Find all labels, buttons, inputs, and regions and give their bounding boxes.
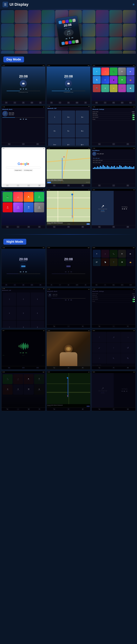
nav-phone[interactable]: 📞 [98, 226, 101, 228]
social-music-icon[interactable]: ♪ [112, 184, 115, 186]
refresh-icon[interactable]: ↻ [38, 184, 41, 186]
n2-add[interactable]: ⊕ [67, 284, 70, 286]
mapf-map[interactable]: 🗺 [82, 226, 84, 228]
night-app-2[interactable]: 📡 [101, 258, 109, 266]
nm-go[interactable]: GO [86, 406, 90, 407]
app-telegram[interactable]: ✈ [93, 68, 101, 76]
nkey-8[interactable]: 8 [17, 320, 30, 328]
nav-play[interactable]: ▶ [124, 208, 125, 210]
nw-dial[interactable]: DIAL [8, 367, 10, 369]
key-3[interactable]: 3 DEF [76, 110, 89, 124]
ios-spotify[interactable]: SSpotify [34, 192, 44, 202]
night-app-launcher[interactable]: 18:40●●● ✈ ♪ 📞 ⚙ ▶ BT 📡 📱 🗺 📻 [92, 246, 136, 286]
nm-msg[interactable]: ✉ [67, 408, 70, 410]
nnt-play[interactable]: ▶ [124, 390, 125, 392]
play-n2[interactable]: ⏸ [68, 271, 69, 273]
bt-next[interactable]: ⏭ [25, 118, 27, 120]
map-msg-icon[interactable]: ✉ [67, 184, 70, 186]
night-app-music[interactable]: ♪ [101, 250, 109, 258]
app-10[interactable]: 💬 [126, 84, 134, 92]
night-bt-settings[interactable]: 17:46●● Bluetooth_Settings Device name C… [92, 288, 136, 328]
night-music-home-2[interactable]: 18:40●●● 20:08 Monday, January 1 ⏮ ⏸ ⏭ [46, 246, 90, 286]
music-item-2[interactable]: 华乐_2任职_抖音.mp3 [93, 160, 134, 162]
next-btn-2[interactable]: ⏭ [70, 88, 72, 90]
wave-controls[interactable]: ⏮ ▶ ⏭ [20, 352, 27, 354]
nios-maps[interactable]: 🗺Maps [24, 385, 34, 394]
key-1[interactable]: 1 [48, 110, 61, 124]
day-bt-call[interactable]: 17:46●● Bluetooth_Call 1 2 ABC 3 DEF 4 G… [46, 106, 90, 146]
nkey-4[interactable]: 4 [3, 306, 16, 320]
ios-bottom-4[interactable]: ⚙ [38, 226, 41, 228]
nbt-next[interactable]: ⏭ [70, 299, 72, 301]
cs-music-controls-n1[interactable]: ⏮ ⏸ ⏭ [20, 271, 27, 273]
night-ios-launcher[interactable]: 18:40●●● 📞Phone ♪Music ▶YouTube SSpotify… [2, 371, 46, 411]
nios-spotify[interactable]: SSpotify [34, 374, 44, 384]
bt-play[interactable]: ⏸ [22, 118, 24, 120]
nbtm-settings[interactable]: ⚙ [82, 325, 84, 327]
bt-prev[interactable]: ⏮ [20, 118, 22, 120]
nav-msg[interactable]: ✉ [112, 226, 115, 228]
music-settings-icon[interactable]: ♪ [112, 143, 115, 145]
night-bt-controls[interactable]: ⏮ ⏸ ⏭ [47, 299, 90, 301]
nios-music[interactable]: ♪Music [13, 374, 23, 384]
n1-settings[interactable]: ⚙ [39, 284, 42, 286]
menu-icon[interactable]: ☰ [4, 3, 6, 6]
nnt-prev[interactable]: ⏮ [121, 390, 123, 392]
prev-n2[interactable]: ⏮ [65, 271, 66, 273]
day-google[interactable]: 1:54●● Google Google Search I'm Feeling … [2, 147, 46, 187]
settings-bt-icon[interactable]: ⚙ [36, 143, 39, 145]
n2-settings[interactable]: ⚙ [84, 284, 87, 286]
bnl-icon[interactable]: BNL [95, 102, 98, 104]
key-2[interactable]: 2 ABC [62, 110, 75, 124]
day-bt-music[interactable]: 17:46●● Bluetooth_Music 🎵 Music Title Mu… [2, 106, 46, 146]
day-nav-turn[interactable]: 18:51●● ↗ Start on Dongjiao Road 9.0 km … [92, 189, 136, 229]
nkey-6[interactable]: 6 [30, 306, 44, 320]
gear-settings-icon[interactable]: ⚙ [126, 143, 129, 145]
night-app-3[interactable]: 📱 [110, 258, 118, 266]
map-go-btn[interactable]: GO [86, 224, 90, 225]
social-phone-icon[interactable]: 📞 [98, 184, 101, 186]
nios-b3[interactable]: 🗺 [28, 408, 30, 410]
key-5[interactable]: 5 JKL [62, 124, 75, 138]
mapf-phone[interactable]: 📞 [53, 226, 56, 228]
app-phone[interactable]: 📞 [110, 68, 118, 76]
cs-music-controls[interactable]: ⏮ ⏸ ⏭ [20, 88, 27, 90]
app-9[interactable]: 🎮 [118, 84, 126, 92]
auto-icon[interactable]: AUTO [30, 102, 33, 104]
night-nav[interactable]: 18:51●● ↑ ↗ → ↙ ↑ ↺ ↑ ↖ ↻ [92, 330, 136, 370]
prev-n1[interactable]: ⏮ [20, 271, 22, 273]
day-map-full[interactable]: 18:33●● 🔵 📍 [46, 189, 90, 229]
nbts-auto-connect[interactable] [132, 299, 135, 300]
nnt-msg[interactable]: ✉ [112, 408, 115, 410]
nios-b1[interactable]: 📞 [6, 408, 9, 410]
map-phone-icon[interactable]: 📞 [53, 184, 56, 186]
auto-icon-2[interactable]: AUTO [76, 102, 78, 104]
nav-map[interactable]: 🗺 [126, 226, 129, 228]
day-music-home-2[interactable]: 18:34●●● 20:08 Monday, January 1 🏔 ⏮ ⏸ ⏭… [46, 64, 90, 104]
back-icon[interactable]: ← [6, 184, 9, 186]
night-bt-music[interactable]: 17:46●● Bluetooth_Music 🎵 Music Title Mu… [46, 288, 90, 328]
cs-music-controls-2[interactable]: ⏮ ⏸ ⏭ [65, 88, 72, 90]
nnt-next[interactable]: ⏭ [126, 390, 128, 392]
music-item-3[interactable]: 华乐_抖音_8.mp3 [93, 162, 134, 164]
power-toggle[interactable] [132, 119, 134, 120]
play-btn-2[interactable]: ⏸ [68, 88, 69, 90]
nios-netflix[interactable]: NNetflix [3, 385, 12, 394]
ios-bottom-3[interactable]: 🗺 [28, 226, 30, 228]
app-3[interactable]: 📱 [110, 76, 118, 84]
wave-prev[interactable]: ⏮ [20, 352, 22, 354]
app-4[interactable]: 🗺 [118, 76, 126, 84]
key-6[interactable]: 6 MNO [76, 124, 89, 138]
settings-icon[interactable]: ⚙ [39, 102, 42, 104]
nnt-map[interactable]: 🗺 [126, 408, 129, 410]
day-bt-settings[interactable]: 17:46●● Bluetooth_Settings Device name C… [92, 106, 136, 146]
food-map[interactable]: 🗺 [82, 367, 84, 369]
key-7[interactable]: 7 PQRS [48, 138, 61, 146]
go-btn[interactable]: GO [47, 182, 51, 183]
n1-auto[interactable]: AUTO [30, 284, 33, 286]
menu-icon[interactable]: ≡ [14, 102, 16, 104]
prev-btn[interactable]: ⏮ [20, 88, 22, 90]
night-app-phone[interactable]: 📞 [110, 250, 118, 258]
nm-phone[interactable]: 📞 [53, 408, 56, 410]
phone-bt-icon[interactable]: 📞 [8, 143, 10, 145]
